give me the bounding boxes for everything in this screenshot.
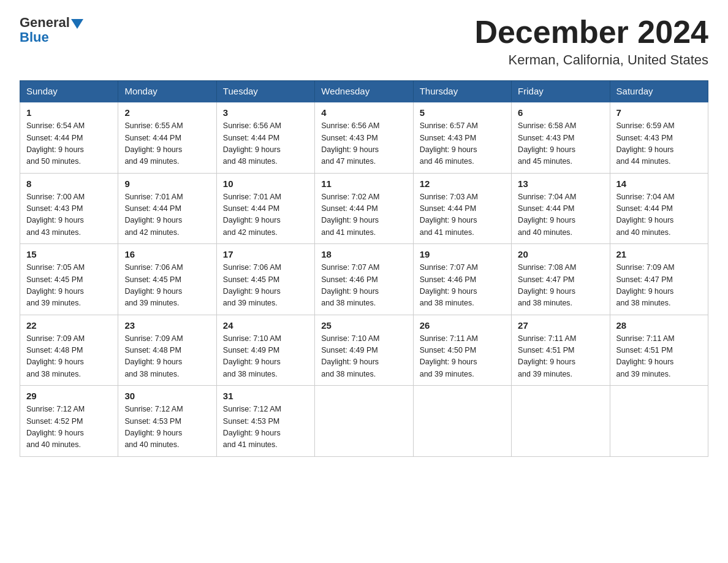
calendar-cell: 6Sunrise: 6:58 AMSunset: 4:43 PMDaylight… bbox=[512, 102, 610, 173]
day-of-week-header-wednesday: Wednesday bbox=[315, 81, 413, 102]
calendar-cell: 18Sunrise: 7:07 AMSunset: 4:46 PMDayligh… bbox=[315, 244, 413, 315]
location-subtitle: Kerman, California, United States bbox=[474, 52, 708, 68]
day-info: Sunrise: 7:11 AMSunset: 4:51 PMDaylight:… bbox=[616, 333, 702, 381]
day-info: Sunrise: 7:06 AMSunset: 4:45 PMDaylight:… bbox=[223, 262, 308, 310]
calendar-cell: 28Sunrise: 7:11 AMSunset: 4:51 PMDayligh… bbox=[610, 315, 708, 386]
day-of-week-header-thursday: Thursday bbox=[413, 81, 511, 102]
day-number: 4 bbox=[321, 107, 406, 118]
day-number: 10 bbox=[223, 178, 308, 189]
day-number: 30 bbox=[124, 391, 210, 401]
day-number: 21 bbox=[616, 249, 702, 259]
day-info: Sunrise: 7:11 AMSunset: 4:50 PMDaylight:… bbox=[420, 333, 505, 381]
calendar-cell: 10Sunrise: 7:01 AMSunset: 4:44 PMDayligh… bbox=[216, 173, 314, 244]
day-info: Sunrise: 7:12 AMSunset: 4:52 PMDaylight:… bbox=[26, 404, 112, 451]
day-number: 5 bbox=[420, 107, 505, 118]
calendar-cell: 27Sunrise: 7:11 AMSunset: 4:51 PMDayligh… bbox=[512, 315, 610, 386]
day-info: Sunrise: 7:05 AMSunset: 4:45 PMDaylight:… bbox=[26, 262, 112, 310]
day-number: 12 bbox=[420, 178, 505, 189]
calendar-cell bbox=[610, 386, 708, 457]
day-of-week-header-saturday: Saturday bbox=[610, 81, 708, 102]
day-of-week-header-monday: Monday bbox=[118, 81, 216, 102]
day-info: Sunrise: 7:10 AMSunset: 4:49 PMDaylight:… bbox=[321, 333, 406, 381]
day-number: 16 bbox=[124, 249, 210, 259]
day-info: Sunrise: 7:01 AMSunset: 4:44 PMDaylight:… bbox=[124, 191, 210, 239]
calendar-cell bbox=[315, 386, 413, 457]
day-number: 22 bbox=[26, 320, 112, 331]
day-number: 17 bbox=[223, 249, 308, 259]
day-info: Sunrise: 6:56 AMSunset: 4:43 PMDaylight:… bbox=[321, 120, 406, 168]
day-number: 3 bbox=[223, 107, 308, 118]
calendar-cell: 7Sunrise: 6:59 AMSunset: 4:43 PMDaylight… bbox=[610, 102, 708, 173]
day-info: Sunrise: 6:58 AMSunset: 4:43 PMDaylight:… bbox=[518, 120, 603, 168]
calendar-cell: 17Sunrise: 7:06 AMSunset: 4:45 PMDayligh… bbox=[216, 244, 314, 315]
calendar-cell: 11Sunrise: 7:02 AMSunset: 4:44 PMDayligh… bbox=[315, 173, 413, 244]
day-number: 13 bbox=[518, 178, 603, 189]
calendar-week-row: 15Sunrise: 7:05 AMSunset: 4:45 PMDayligh… bbox=[20, 244, 708, 315]
day-number: 9 bbox=[124, 178, 210, 189]
day-number: 2 bbox=[124, 107, 210, 118]
calendar-cell: 29Sunrise: 7:12 AMSunset: 4:52 PMDayligh… bbox=[20, 386, 118, 457]
logo-arrow-icon bbox=[71, 19, 83, 29]
logo-general-text: General bbox=[20, 15, 70, 31]
day-info: Sunrise: 7:09 AMSunset: 4:47 PMDaylight:… bbox=[616, 262, 702, 310]
calendar-cell: 31Sunrise: 7:12 AMSunset: 4:53 PMDayligh… bbox=[216, 386, 314, 457]
day-number: 8 bbox=[26, 178, 112, 189]
day-info: Sunrise: 7:09 AMSunset: 4:48 PMDaylight:… bbox=[124, 333, 210, 381]
calendar-cell: 3Sunrise: 6:56 AMSunset: 4:44 PMDaylight… bbox=[216, 102, 314, 173]
calendar-week-row: 29Sunrise: 7:12 AMSunset: 4:52 PMDayligh… bbox=[20, 386, 708, 457]
day-info: Sunrise: 7:07 AMSunset: 4:46 PMDaylight:… bbox=[420, 262, 505, 310]
days-of-week-row: SundayMondayTuesdayWednesdayThursdayFrid… bbox=[20, 81, 708, 102]
day-info: Sunrise: 7:04 AMSunset: 4:44 PMDaylight:… bbox=[518, 191, 603, 239]
calendar-cell: 14Sunrise: 7:04 AMSunset: 4:44 PMDayligh… bbox=[610, 173, 708, 244]
day-number: 20 bbox=[518, 249, 603, 259]
calendar-cell: 22Sunrise: 7:09 AMSunset: 4:48 PMDayligh… bbox=[20, 315, 118, 386]
title-area: December 2024 Kerman, California, United… bbox=[474, 15, 708, 68]
day-number: 26 bbox=[420, 320, 505, 331]
day-info: Sunrise: 7:11 AMSunset: 4:51 PMDaylight:… bbox=[518, 333, 603, 381]
day-of-week-header-friday: Friday bbox=[512, 81, 610, 102]
day-number: 23 bbox=[124, 320, 210, 331]
day-number: 27 bbox=[518, 320, 603, 331]
day-info: Sunrise: 7:00 AMSunset: 4:43 PMDaylight:… bbox=[26, 191, 112, 239]
day-number: 31 bbox=[223, 391, 308, 401]
header: General Blue December 2024 Kerman, Calif… bbox=[20, 15, 708, 68]
day-of-week-header-sunday: Sunday bbox=[20, 81, 118, 102]
calendar-week-row: 22Sunrise: 7:09 AMSunset: 4:48 PMDayligh… bbox=[20, 315, 708, 386]
day-of-week-header-tuesday: Tuesday bbox=[216, 81, 314, 102]
calendar-cell: 16Sunrise: 7:06 AMSunset: 4:45 PMDayligh… bbox=[118, 244, 216, 315]
calendar-cell: 25Sunrise: 7:10 AMSunset: 4:49 PMDayligh… bbox=[315, 315, 413, 386]
calendar-cell: 9Sunrise: 7:01 AMSunset: 4:44 PMDaylight… bbox=[118, 173, 216, 244]
day-info: Sunrise: 6:55 AMSunset: 4:44 PMDaylight:… bbox=[124, 120, 210, 168]
calendar-cell: 5Sunrise: 6:57 AMSunset: 4:43 PMDaylight… bbox=[413, 102, 511, 173]
calendar-cell: 24Sunrise: 7:10 AMSunset: 4:49 PMDayligh… bbox=[216, 315, 314, 386]
day-number: 14 bbox=[616, 178, 702, 189]
day-info: Sunrise: 7:12 AMSunset: 4:53 PMDaylight:… bbox=[124, 404, 210, 451]
day-info: Sunrise: 6:56 AMSunset: 4:44 PMDaylight:… bbox=[223, 120, 308, 168]
day-info: Sunrise: 7:06 AMSunset: 4:45 PMDaylight:… bbox=[124, 262, 210, 310]
calendar-cell: 19Sunrise: 7:07 AMSunset: 4:46 PMDayligh… bbox=[413, 244, 511, 315]
day-info: Sunrise: 7:01 AMSunset: 4:44 PMDaylight:… bbox=[223, 191, 308, 239]
day-info: Sunrise: 7:09 AMSunset: 4:48 PMDaylight:… bbox=[26, 333, 112, 381]
day-number: 29 bbox=[26, 391, 112, 401]
calendar-week-row: 8Sunrise: 7:00 AMSunset: 4:43 PMDaylight… bbox=[20, 173, 708, 244]
day-number: 25 bbox=[321, 320, 406, 331]
calendar-cell: 12Sunrise: 7:03 AMSunset: 4:44 PMDayligh… bbox=[413, 173, 511, 244]
calendar-cell: 26Sunrise: 7:11 AMSunset: 4:50 PMDayligh… bbox=[413, 315, 511, 386]
day-info: Sunrise: 7:03 AMSunset: 4:44 PMDaylight:… bbox=[420, 191, 505, 239]
logo-blue-text: Blue bbox=[20, 29, 49, 45]
day-info: Sunrise: 7:07 AMSunset: 4:46 PMDaylight:… bbox=[321, 262, 406, 310]
calendar-cell: 1Sunrise: 6:54 AMSunset: 4:44 PMDaylight… bbox=[20, 102, 118, 173]
day-info: Sunrise: 7:12 AMSunset: 4:53 PMDaylight:… bbox=[223, 404, 308, 451]
day-number: 18 bbox=[321, 249, 406, 259]
logo: General Blue bbox=[20, 15, 83, 45]
day-number: 7 bbox=[616, 107, 702, 118]
day-info: Sunrise: 7:10 AMSunset: 4:49 PMDaylight:… bbox=[223, 333, 308, 381]
calendar-week-row: 1Sunrise: 6:54 AMSunset: 4:44 PMDaylight… bbox=[20, 102, 708, 173]
calendar-cell: 30Sunrise: 7:12 AMSunset: 4:53 PMDayligh… bbox=[118, 386, 216, 457]
day-number: 6 bbox=[518, 107, 603, 118]
calendar-cell: 4Sunrise: 6:56 AMSunset: 4:43 PMDaylight… bbox=[315, 102, 413, 173]
day-number: 15 bbox=[26, 249, 112, 259]
calendar-cell bbox=[512, 386, 610, 457]
day-info: Sunrise: 7:04 AMSunset: 4:44 PMDaylight:… bbox=[616, 191, 702, 239]
calendar-cell: 8Sunrise: 7:00 AMSunset: 4:43 PMDaylight… bbox=[20, 173, 118, 244]
